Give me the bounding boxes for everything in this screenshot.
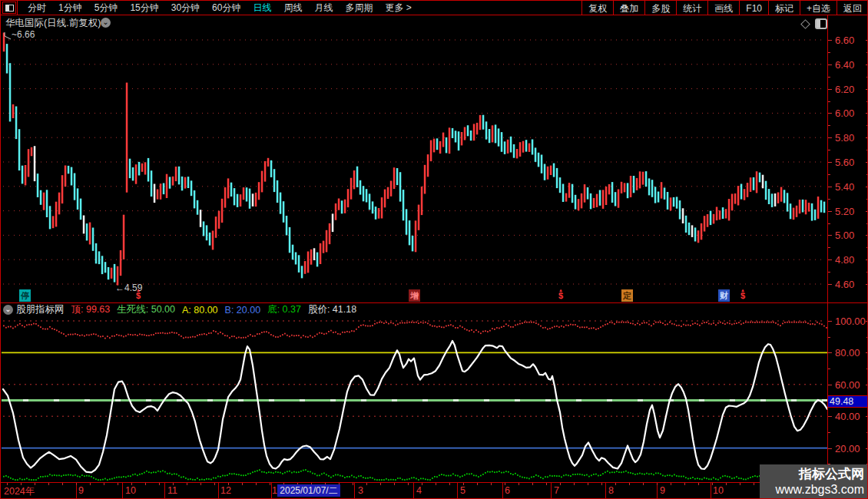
date-minor-tick xyxy=(366,483,367,485)
menu-item-5[interactable]: 60分钟 xyxy=(206,2,247,15)
month-label-1: 10 xyxy=(125,485,136,496)
menu-divider xyxy=(17,1,18,15)
window-layout-icon[interactable] xyxy=(2,2,16,14)
price-tick-mark xyxy=(828,259,832,260)
indicator-header-segment-4: B: 20.00 xyxy=(225,305,261,316)
year-label: 2024年 xyxy=(4,485,35,498)
tool-menu-item-4[interactable]: 画线 xyxy=(707,1,739,15)
date-minor-tick xyxy=(491,483,492,485)
price-tick-label: 6.00 xyxy=(835,107,854,119)
date-minor-tick xyxy=(574,483,575,485)
month-separator xyxy=(502,483,503,499)
price-tick-mark xyxy=(828,113,832,114)
price-tick-mark xyxy=(828,211,832,212)
month-label-6: 4 xyxy=(416,485,422,496)
level-line-50-dash xyxy=(238,399,244,402)
level-line-50-dash xyxy=(760,399,766,402)
level-line-50-dash xyxy=(453,399,459,402)
signal-marker-财: 财 xyxy=(718,289,730,302)
chart-title: 华电国际(日线.前复权) xyxy=(5,17,101,30)
app-window: 分时1分钟5分钟15分钟30分钟60分钟日线周线月线多周期更多 > 复权叠加多股… xyxy=(0,0,868,499)
indicator-header-segment-1: 顶: 99.63 xyxy=(71,303,111,316)
menu-item-2[interactable]: 5分钟 xyxy=(88,2,124,15)
month-label-3: 12 xyxy=(220,485,231,496)
price-minor-tick xyxy=(828,174,830,175)
current-value-box: 49.48 xyxy=(828,395,868,408)
month-label-12: 10 xyxy=(713,485,724,496)
price-minor-tick xyxy=(828,52,830,53)
month-separator xyxy=(164,483,165,499)
menu-item-4[interactable]: 30分钟 xyxy=(165,2,206,15)
diamond-icon[interactable] xyxy=(800,19,810,29)
price-tick-label: 5.00 xyxy=(835,230,854,241)
tool-menu-item-7[interactable]: +自选 xyxy=(800,1,837,15)
level-line-50-dash xyxy=(392,399,397,402)
price-tick-mark xyxy=(828,137,832,138)
chevron-down-circle-icon[interactable]: ⌄ xyxy=(3,305,13,315)
menu-item-6[interactable]: 日线 xyxy=(247,2,277,15)
tool-menu-item-0[interactable]: 复权 xyxy=(581,1,613,15)
tool-menu-item-6[interactable]: 标记 xyxy=(768,1,800,15)
price-minor-tick xyxy=(828,150,830,150)
indicator-tick-mark xyxy=(828,321,832,322)
month-separator xyxy=(711,483,711,499)
split-pane-icon xyxy=(5,5,14,12)
signal-marker-dollar-3: ▲$ xyxy=(556,289,565,299)
signal-marker-增: 增 xyxy=(409,289,420,302)
indicator-axis: 100.0080.0060.0040.0020.0049.48 xyxy=(828,303,868,482)
month-label-4: 1 xyxy=(272,485,277,496)
indicator-tick-label: 20.00 xyxy=(835,442,860,454)
indicator-pane[interactable] xyxy=(2,303,827,482)
cursor-date-highlight: 2025/01/07/二 xyxy=(277,484,340,497)
date-minor-tick xyxy=(200,483,201,485)
time-axis[interactable]: 2024年 2025/01/07/二 91011121345678910 xyxy=(1,482,868,499)
date-minor-tick xyxy=(408,483,409,485)
menu-item-8[interactable]: 月线 xyxy=(308,2,339,15)
signal-marker-dollar-6: ▲$ xyxy=(738,289,747,299)
price-tick-label: 4.80 xyxy=(835,254,854,266)
indicator-header: ⌄ 股朋指标网顶: 99.63生死线: 50.00A: 80.00B: 20.0… xyxy=(3,304,363,316)
price-minor-tick xyxy=(828,247,830,248)
tool-menu-item-8[interactable]: 返回 xyxy=(837,1,868,15)
tool-menu-item-3[interactable]: 统计 xyxy=(676,1,707,15)
level-line-50-dash xyxy=(300,399,305,402)
price-tick-label: 5.80 xyxy=(835,132,854,144)
tool-menu-item-2[interactable]: 多股 xyxy=(644,1,676,15)
date-minor-tick xyxy=(505,483,505,485)
date-minor-tick xyxy=(643,483,644,485)
dollar-icon: $ xyxy=(738,292,747,299)
date-minor-tick xyxy=(629,483,630,485)
tool-menu-item-1[interactable]: 叠加 xyxy=(613,1,644,15)
price-tick-mark xyxy=(828,187,832,187)
level-line-50-dash xyxy=(207,399,213,402)
watermark-site-name: 指标公式网 xyxy=(760,466,864,482)
month-label-7: 5 xyxy=(460,485,465,496)
indicator-main-line xyxy=(3,341,827,472)
price-axis: 6.606.406.206.005.805.605.405.205.004.80… xyxy=(828,15,868,302)
price-tick-label: 5.40 xyxy=(835,180,854,192)
tool-menu-item-5[interactable]: F10 xyxy=(739,1,768,15)
pane-split-icon[interactable] xyxy=(815,18,827,29)
date-minor-tick xyxy=(7,483,8,485)
month-separator xyxy=(413,483,414,499)
date-minor-tick xyxy=(62,483,63,485)
date-minor-tick xyxy=(518,483,519,485)
menu-item-7[interactable]: 周线 xyxy=(277,2,308,15)
watermark: 指标公式网 www.zbgs3.com xyxy=(760,464,868,499)
date-minor-tick xyxy=(256,483,257,485)
menu-item-9[interactable]: 多周期 xyxy=(339,2,379,15)
menu-item-1[interactable]: 1分钟 xyxy=(52,2,88,15)
chevron-down-icon[interactable]: ⌄ xyxy=(101,18,111,28)
candlestick-pane[interactable] xyxy=(2,29,827,302)
month-label-9: 7 xyxy=(554,485,559,496)
date-minor-tick xyxy=(104,483,104,485)
indicator-header-segment-2: 生死线: 50.00 xyxy=(117,303,175,316)
date-minor-tick xyxy=(532,483,533,485)
price-tick-label: 5.20 xyxy=(835,205,854,216)
menu-item-0[interactable]: 分时 xyxy=(22,2,52,15)
price-minor-tick xyxy=(828,77,830,78)
menu-item-10[interactable]: 更多 > xyxy=(379,2,417,15)
menu-item-3[interactable]: 15分钟 xyxy=(124,2,164,15)
date-minor-tick xyxy=(380,483,381,485)
signal-marker-定: 定 xyxy=(621,289,633,302)
